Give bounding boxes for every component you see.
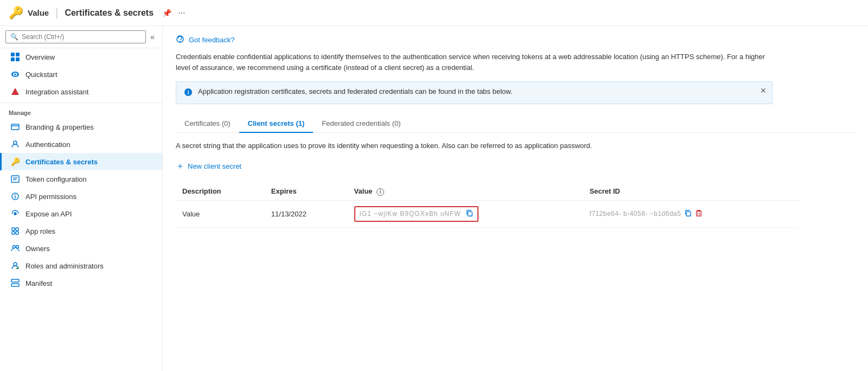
sidebar-item-api-permissions[interactable]: API permissions bbox=[0, 188, 162, 205]
svg-rect-8 bbox=[11, 124, 19, 130]
svg-rect-3 bbox=[16, 57, 20, 61]
certificates-label: Certificates & secrets bbox=[25, 158, 98, 166]
sidebar-item-app-roles[interactable]: App roles bbox=[0, 222, 162, 240]
tab-client-secrets[interactable]: Client secrets (1) bbox=[239, 115, 314, 133]
page-title: Certificates & secrets bbox=[65, 8, 154, 18]
manifest-icon bbox=[10, 279, 20, 287]
delete-secret-button[interactable] bbox=[695, 209, 703, 219]
secret-description: A secret string that the application use… bbox=[176, 142, 664, 150]
svg-rect-27 bbox=[11, 284, 19, 286]
info-banner-text: Application registration certificates, s… bbox=[198, 87, 764, 95]
value-copy-button[interactable] bbox=[465, 209, 473, 219]
sidebar-item-quickstart[interactable]: Quickstart bbox=[0, 66, 162, 83]
search-icon: 🔍 bbox=[10, 33, 18, 41]
svg-rect-21 bbox=[12, 232, 15, 234]
sidebar-nav: Overview Quickstart Integration assistan… bbox=[0, 48, 162, 371]
roles-admins-icon bbox=[10, 261, 20, 270]
page-description: Credentials enable confidential applicat… bbox=[176, 52, 773, 73]
roles-admins-label: Roles and administrators bbox=[25, 262, 104, 270]
sidebar: 🔍 « Overview Quickstart bbox=[0, 26, 163, 371]
info-banner-close-button[interactable]: ✕ bbox=[760, 86, 767, 95]
svg-text:i: i bbox=[188, 89, 189, 95]
manifest-label: Manifest bbox=[25, 279, 52, 287]
svg-rect-20 bbox=[16, 228, 18, 231]
svg-text:🔑: 🔑 bbox=[11, 157, 20, 166]
sidebar-collapse-button[interactable]: « bbox=[148, 30, 157, 43]
sidebar-item-roles-admins[interactable]: Roles and administrators bbox=[0, 257, 162, 274]
svg-rect-32 bbox=[468, 212, 472, 216]
token-config-icon bbox=[10, 175, 20, 183]
search-input[interactable] bbox=[22, 33, 141, 41]
app-icon: 🔑 bbox=[9, 6, 23, 20]
expose-api-label: Expose an API bbox=[25, 210, 72, 218]
pin-icon[interactable]: 📌 bbox=[162, 9, 171, 17]
svg-point-25 bbox=[14, 263, 17, 266]
sidebar-item-token-config[interactable]: Token configuration bbox=[0, 170, 162, 188]
sidebar-search-box[interactable]: 🔍 bbox=[5, 30, 146, 43]
main-content: Got feedback? Credentials enable confide… bbox=[163, 26, 868, 371]
header-separator: | bbox=[55, 7, 58, 19]
svg-point-6 bbox=[14, 74, 16, 75]
svg-point-29 bbox=[180, 42, 181, 42]
svg-rect-2 bbox=[11, 57, 15, 61]
expose-api-icon bbox=[10, 209, 20, 218]
svg-marker-7 bbox=[11, 88, 19, 95]
plus-icon: ＋ bbox=[176, 161, 184, 172]
tab-federated-credentials[interactable]: Federated credentials (0) bbox=[313, 115, 409, 133]
row-secret-id: f712be64- b-4058- ~b1d6da5 bbox=[583, 200, 800, 227]
svg-rect-26 bbox=[11, 279, 19, 282]
app-header: 🔑 Value | Certificates & secrets 📌 ··· bbox=[0, 0, 868, 26]
svg-point-16 bbox=[15, 194, 16, 195]
secret-id-text: f712be64- b-4058- ~b1d6da5 bbox=[590, 210, 681, 218]
manage-section-label: Manage bbox=[0, 103, 162, 118]
secret-id-copy-button[interactable] bbox=[684, 209, 692, 219]
table-row: Value 11/13/2022 IG1 ~wjlKw B9QGXxBh uNF… bbox=[176, 200, 800, 227]
app-roles-icon bbox=[10, 227, 20, 235]
svg-point-10 bbox=[14, 141, 17, 144]
col-value: Value i bbox=[348, 183, 583, 200]
owners-icon bbox=[10, 244, 20, 253]
branding-icon bbox=[10, 123, 20, 131]
svg-point-23 bbox=[13, 246, 16, 248]
sidebar-item-integration[interactable]: Integration assistant bbox=[0, 83, 162, 100]
svg-rect-1 bbox=[16, 53, 20, 56]
svg-point-24 bbox=[16, 246, 19, 248]
add-client-secret-button[interactable]: ＋ New client secret bbox=[176, 158, 241, 174]
sidebar-search-row: 🔍 « bbox=[0, 26, 162, 48]
integration-icon bbox=[10, 87, 20, 96]
col-secret-id: Secret ID bbox=[583, 183, 800, 200]
more-options-icon[interactable]: ··· bbox=[178, 8, 185, 18]
value-masked-text: IG1 ~wjlKw B9QGXxBh uNFW bbox=[360, 210, 461, 218]
svg-rect-34 bbox=[697, 211, 701, 216]
content-area: Got feedback? Credentials enable confide… bbox=[163, 26, 868, 371]
value-highlight-box: IG1 ~wjlKw B9QGXxBh uNFW bbox=[354, 206, 478, 222]
feedback-link[interactable]: Got feedback? bbox=[189, 36, 235, 44]
info-banner: i Application registration certificates,… bbox=[176, 81, 773, 104]
col-expires: Expires bbox=[265, 183, 348, 200]
value-info-icon[interactable]: i bbox=[376, 188, 384, 196]
sidebar-item-branding[interactable]: Branding & properties bbox=[0, 118, 162, 136]
sidebar-item-overview[interactable]: Overview bbox=[0, 48, 162, 66]
sidebar-item-authentication[interactable]: Authentication bbox=[0, 136, 162, 153]
tabs-row: Certificates (0) Client secrets (1) Fede… bbox=[176, 115, 855, 133]
secrets-table: Description Expires Value i Secret ID Va… bbox=[176, 183, 800, 228]
sidebar-item-owners[interactable]: Owners bbox=[0, 240, 162, 257]
sidebar-item-expose-api[interactable]: Expose an API bbox=[0, 205, 162, 222]
row-expires: 11/13/2022 bbox=[265, 200, 348, 227]
col-description: Description bbox=[176, 183, 265, 200]
quickstart-icon bbox=[10, 70, 20, 79]
quickstart-label: Quickstart bbox=[25, 71, 58, 79]
tab-certificates[interactable]: Certificates (0) bbox=[176, 115, 239, 133]
sidebar-item-certificates[interactable]: 🔑 Certificates & secrets bbox=[0, 153, 162, 170]
resource-name: Value bbox=[28, 8, 49, 17]
svg-rect-19 bbox=[12, 228, 15, 231]
svg-point-18 bbox=[14, 213, 16, 215]
action-icons bbox=[684, 209, 703, 219]
feedback-bar: Got feedback? bbox=[176, 35, 855, 45]
sidebar-item-manifest[interactable]: Manifest bbox=[0, 274, 162, 292]
row-value: IG1 ~wjlKw B9QGXxBh uNFW bbox=[348, 200, 583, 227]
overview-label: Overview bbox=[25, 53, 55, 61]
branding-label: Branding & properties bbox=[25, 123, 94, 131]
overview-icon bbox=[10, 53, 20, 61]
svg-rect-12 bbox=[11, 176, 19, 182]
